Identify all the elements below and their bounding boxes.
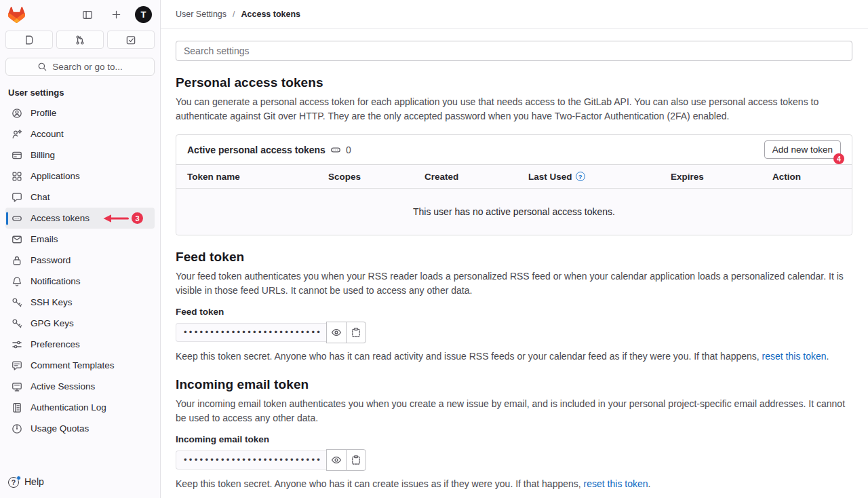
comment-lines-icon: [12, 360, 22, 371]
sidebar-item-label: Applications: [31, 171, 80, 181]
personal-access-tokens-description: You can generate a personal access token…: [176, 95, 852, 123]
sidebar-item-billing[interactable]: Billing: [5, 145, 155, 166]
sidebar-item-label: Notifications: [31, 276, 81, 286]
sidebar-item-label: Usage Quotas: [31, 423, 89, 434]
annotation-arrow-3: 3: [102, 212, 143, 224]
profile-icon: [12, 108, 22, 119]
sidebar-item-label: Comment Templates: [31, 360, 115, 370]
sidebar-item-label: Authentication Log: [31, 402, 106, 413]
gitlab-logo[interactable]: [8, 7, 25, 23]
red-arrow-icon: [102, 213, 130, 224]
sidebar-item-emails[interactable]: Emails: [5, 229, 155, 250]
copy-icon: [351, 455, 361, 465]
key-icon: [12, 297, 22, 308]
token-count: 0: [346, 145, 351, 155]
token-icon: [330, 145, 341, 155]
sidebar-item-applications[interactable]: Applications: [5, 166, 155, 187]
feed-token-masked-input[interactable]: ••••••••••••••••••••••••••: [176, 323, 326, 342]
sidebar-item-label: SSH Keys: [31, 297, 73, 307]
sidebar-item-password[interactable]: Password: [5, 250, 155, 271]
active-indicator: [6, 212, 8, 225]
sidebar-item-ssh-keys[interactable]: SSH Keys: [5, 292, 155, 313]
sidebar-item-gpg-keys[interactable]: GPG Keys: [5, 313, 155, 334]
add-new-token-button[interactable]: Add new token 4: [764, 140, 841, 159]
log-list-icon: [12, 402, 22, 413]
sidebar-item-usage-quotas[interactable]: Usage Quotas: [5, 418, 155, 439]
notification-dot: [16, 476, 21, 480]
avatar[interactable]: T: [135, 6, 152, 23]
merge-request-icon: [75, 35, 85, 45]
eye-icon: [331, 455, 342, 465]
search-label: Search or go to...: [52, 62, 123, 72]
sidebar-item-authentication-log[interactable]: Authentication Log: [5, 397, 155, 418]
reveal-incoming-token-button[interactable]: [326, 449, 347, 471]
merge-requests-button[interactable]: [56, 31, 104, 49]
key-icon: [12, 318, 22, 329]
monitor-icon: [12, 381, 22, 392]
card-header: Active personal access tokens 0 Add new …: [176, 135, 852, 165]
chat-icon: [12, 192, 22, 203]
breadcrumb-access-tokens: Access tokens: [241, 9, 301, 19]
gauge-icon: [12, 423, 22, 434]
sidebar-item-notifications[interactable]: Notifications: [5, 271, 155, 292]
col-expires: Expires: [671, 172, 772, 182]
incoming-token-secret-note: Keep this token secret. Anyone who has i…: [176, 477, 852, 491]
col-last-used: Last Used: [528, 172, 671, 182]
breadcrumb: User Settings / Access tokens: [161, 0, 868, 29]
annotation-badge-4: 4: [833, 153, 844, 164]
todos-button[interactable]: [107, 31, 155, 49]
breadcrumb-user-settings[interactable]: User Settings: [176, 9, 226, 19]
reset-feed-token-link[interactable]: reset this token: [762, 351, 827, 362]
todo-check-icon: [125, 35, 136, 45]
sidebar: T Search or go to... User settings Profi…: [0, 0, 161, 498]
sidebar-nav: Profile Account Billing Applications Cha…: [0, 102, 160, 439]
sidebar-item-chat[interactable]: Chat: [5, 187, 155, 208]
search-settings-input[interactable]: [176, 41, 852, 61]
sidebar-item-label: GPG Keys: [31, 318, 74, 328]
reset-incoming-token-link[interactable]: reset this token: [584, 478, 648, 489]
sidebar-item-profile[interactable]: Profile: [5, 102, 155, 123]
sidebar-item-preferences[interactable]: Preferences: [5, 334, 155, 355]
annotation-badge-3: 3: [132, 212, 143, 224]
col-action: Action: [772, 172, 841, 182]
incoming-email-token-description: Your incoming email token authenticates …: [176, 397, 852, 425]
main-content: User Settings / Access tokens Personal a…: [161, 0, 868, 498]
active-tokens-card: Active personal access tokens 0 Add new …: [176, 134, 852, 235]
token-icon: [12, 213, 22, 224]
tokens-table-header: Token name Scopes Created Last Used Expi…: [176, 165, 852, 189]
feed-token-description: Your feed token authenticates you when y…: [176, 269, 852, 297]
sidebar-item-active-sessions[interactable]: Active Sessions: [5, 376, 155, 397]
personal-access-tokens-heading: Personal access tokens: [176, 75, 852, 90]
sidebar-item-account[interactable]: Account: [5, 123, 155, 145]
issues-button[interactable]: [5, 31, 53, 49]
billing-icon: [12, 150, 22, 161]
eye-icon: [331, 327, 342, 338]
incoming-email-token-heading: Incoming email token: [176, 377, 852, 392]
help-label: Help: [24, 476, 44, 487]
sidebar-item-comment-templates[interactable]: Comment Templates: [5, 355, 155, 376]
search-or-go-to[interactable]: Search or go to...: [5, 58, 155, 76]
sidebar-item-access-tokens[interactable]: Access tokens 3: [5, 208, 155, 229]
empty-state-message: This user has no active personal access …: [176, 189, 852, 235]
email-icon: [12, 234, 22, 245]
card-title: Active personal access tokens 0: [187, 145, 351, 155]
feed-token-label: Feed token: [176, 307, 852, 317]
plus-icon[interactable]: [106, 5, 125, 24]
bell-icon: [12, 276, 22, 287]
copy-feed-token-button[interactable]: [346, 322, 366, 343]
sidebar-item-label: Password: [31, 255, 71, 265]
sidebar-item-label: Profile: [31, 108, 56, 118]
help-icon: [8, 476, 20, 488]
sidebar-item-label: Emails: [31, 234, 58, 244]
sidebar-toggle-icon[interactable]: [78, 5, 97, 24]
feed-token-field-group: ••••••••••••••••••••••••••: [176, 322, 852, 343]
copy-incoming-token-button[interactable]: [346, 449, 366, 471]
feed-token-heading: Feed token: [176, 250, 852, 265]
help-button[interactable]: Help: [0, 467, 160, 498]
reveal-feed-token-button[interactable]: [326, 322, 347, 343]
settings-content: Personal access tokens You can generate …: [161, 29, 868, 491]
incoming-token-masked-input[interactable]: ••••••••••••••••••••••••••: [176, 451, 326, 470]
lock-icon: [12, 255, 22, 266]
question-icon[interactable]: [576, 172, 585, 181]
copy-icon: [351, 327, 361, 338]
